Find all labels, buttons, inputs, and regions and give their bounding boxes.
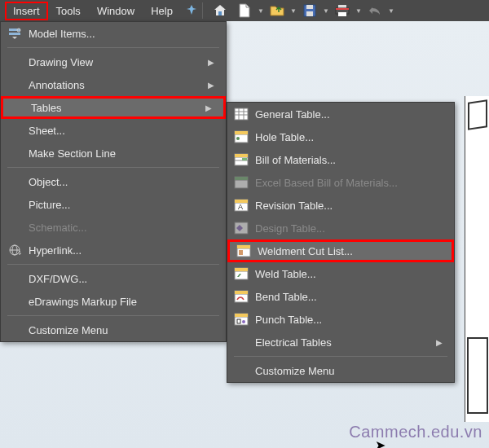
svg-rect-42 — [235, 268, 248, 271]
excel-bom-icon — [227, 176, 255, 189]
menu-item-label: Hyperlink... — [29, 244, 214, 257]
menu-help[interactable]: Help — [143, 2, 181, 20]
submenu-arrow-icon: ▶ — [208, 58, 214, 67]
menu-model-items[interactable]: Model Items... — [1, 22, 226, 45]
menu-divider — [7, 47, 219, 48]
open-dropdown-arrow[interactable]: ▼ — [289, 7, 297, 15]
menu-divider — [7, 315, 219, 316]
menu-object[interactable]: Object... — [1, 170, 226, 193]
print-button[interactable] — [332, 2, 353, 20]
menu-bar: Insert Tools Window Help ▼ ▼ ▼ ▼ ▼ — [0, 0, 489, 21]
menu-tables[interactable]: Tables ▶ — [1, 96, 226, 119]
drawing-detail — [465, 96, 489, 422]
menu-item-label: Object... — [29, 176, 214, 188]
svg-rect-26 — [235, 154, 248, 157]
menu-make-section-line[interactable]: Make Section Line — [1, 142, 226, 165]
print-dropdown-arrow[interactable]: ▼ — [355, 7, 363, 15]
menu-item-label: eDrawings Markup File — [29, 296, 214, 308]
menu-item-label: Drawing View — [29, 56, 196, 68]
menu-item-label: Sheet... — [29, 125, 214, 137]
save-dropdown-arrow[interactable]: ▼ — [322, 7, 330, 15]
menu-item-label: Model Items... — [29, 28, 214, 40]
menu-hyperlink[interactable]: Hyperlink... — [1, 239, 226, 261]
submenu-arrow-icon: ▶ — [208, 81, 214, 90]
menu-tools[interactable]: Tools — [48, 2, 89, 20]
menu-sheet[interactable]: Sheet... — [1, 119, 226, 142]
new-button[interactable] — [234, 2, 255, 20]
menu-item-label: Picture... — [29, 199, 214, 211]
menu-picture[interactable]: Picture... — [1, 193, 226, 216]
weldment-cut-list-icon — [230, 244, 258, 257]
pin-icon[interactable] — [186, 4, 197, 18]
menu-drawing-view[interactable]: Drawing View ▶ — [1, 51, 226, 73]
menu-dxf-dwg[interactable]: DXF/DWG... — [1, 267, 226, 290]
menu-item-label: Bend Table... — [255, 291, 443, 303]
submenu-arrow-icon: ▶ — [205, 103, 212, 112]
submenu-hole-table[interactable]: Hole Table... — [227, 125, 454, 148]
submenu-punch-table[interactable]: Punch Table... — [227, 308, 454, 331]
save-button[interactable] — [299, 2, 320, 20]
svg-rect-27 — [242, 158, 247, 160]
svg-rect-45 — [235, 291, 248, 294]
svg-rect-7 — [336, 8, 349, 10]
menu-item-label: Design Table... — [255, 222, 443, 235]
svg-rect-3 — [306, 11, 313, 16]
submenu-general-table[interactable]: General Table... — [227, 103, 454, 125]
svg-rect-21 — [235, 131, 248, 134]
svg-rect-30 — [235, 177, 248, 180]
weld-table-icon — [227, 267, 255, 280]
menu-item-label: Customize Menu — [29, 324, 214, 336]
menu-item-label: Weld Table... — [255, 268, 443, 280]
submenu-electrical-tables[interactable]: Electrical Tables ▶ — [227, 331, 454, 354]
submenu-weld-table[interactable]: Weld Table... — [227, 262, 454, 285]
menu-edrawings-markup[interactable]: eDrawings Markup File — [1, 290, 226, 313]
submenu-weldment-cut-list[interactable]: Weldment Cut List... — [227, 239, 454, 262]
submenu-customize[interactable]: Customize Menu — [227, 359, 454, 382]
submenu-excel-bom: Excel Based Bill of Materials... — [227, 171, 454, 194]
menu-item-label: Weldment Cut List... — [258, 245, 440, 257]
svg-rect-48 — [235, 314, 248, 317]
svg-rect-14 — [235, 108, 248, 120]
svg-rect-38 — [237, 245, 250, 248]
submenu-design-table: Design Table... — [227, 217, 454, 239]
submenu-arrow-icon: ▶ — [436, 338, 443, 347]
undo-dropdown-arrow[interactable]: ▼ — [387, 7, 395, 15]
menu-item-label: Hole Table... — [255, 131, 443, 143]
submenu-revision-table[interactable]: A Revision Table... — [227, 194, 454, 217]
svg-rect-39 — [239, 250, 243, 255]
bend-table-icon — [227, 290, 255, 303]
submenu-bom[interactable]: Bill of Materials... — [227, 148, 454, 171]
home-button[interactable] — [209, 2, 231, 20]
menu-window[interactable]: Window — [89, 2, 143, 20]
hole-table-icon — [227, 130, 255, 143]
menu-item-label: Customize Menu — [255, 365, 443, 377]
menu-item-label: Make Section Line — [29, 147, 214, 160]
svg-point-22 — [236, 137, 240, 140]
design-table-icon — [227, 222, 255, 235]
open-button[interactable] — [267, 2, 288, 20]
cursor-icon: ➤ — [375, 437, 385, 448]
bom-icon — [227, 153, 255, 166]
menu-item-label: Annotations — [29, 79, 196, 91]
menu-schematic: Schematic... — [1, 216, 226, 239]
menu-item-label: Punch Table... — [255, 314, 443, 326]
undo-button[interactable] — [364, 2, 385, 20]
menu-insert[interactable]: Insert — [5, 2, 48, 20]
insert-menu: Model Items... Drawing View ▶ Annotation… — [0, 21, 227, 342]
punch-table-icon — [227, 313, 255, 326]
svg-rect-4 — [338, 5, 346, 8]
new-dropdown-arrow[interactable]: ▼ — [257, 7, 265, 15]
general-table-icon — [227, 108, 255, 121]
menu-annotations[interactable]: Annotations ▶ — [1, 73, 226, 96]
submenu-bend-table[interactable]: Bend Table... — [227, 285, 454, 308]
menu-divider — [7, 167, 219, 168]
menu-item-label: DXF/DWG... — [29, 273, 214, 285]
menu-divider — [7, 264, 219, 265]
hyperlink-icon — [1, 243, 29, 257]
svg-text:A: A — [238, 203, 243, 211]
revision-table-icon: A — [227, 199, 255, 212]
menu-item-label: Schematic... — [29, 222, 214, 234]
model-items-icon — [1, 26, 29, 41]
menu-customize[interactable]: Customize Menu — [1, 318, 226, 341]
svg-point-50 — [242, 320, 245, 323]
